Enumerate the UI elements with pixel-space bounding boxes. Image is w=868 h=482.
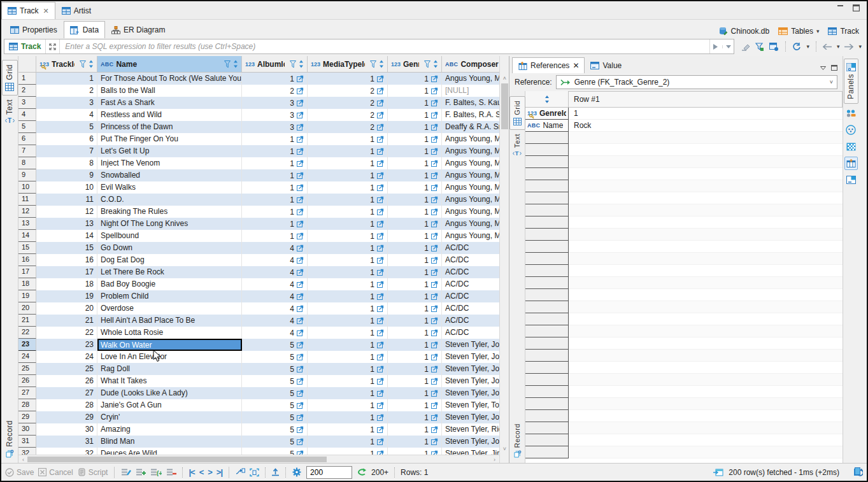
fk-link-icon[interactable] <box>431 365 438 372</box>
cell-name[interactable]: Breaking The Rules <box>97 206 242 218</box>
cell-genreid[interactable]: 1 <box>388 302 442 315</box>
fk-link-icon[interactable] <box>431 402 438 409</box>
cell-mediatypeid[interactable]: 1 <box>308 351 388 363</box>
cell-composer[interactable]: AC/DC <box>442 254 499 266</box>
cell-mediatypeid[interactable]: 2 <box>308 121 388 133</box>
record-field-value[interactable]: Rock <box>569 120 843 132</box>
row-number[interactable]: 19 <box>18 290 36 302</box>
cell-composer[interactable]: Angus Young, M <box>442 218 499 230</box>
fk-link-icon[interactable] <box>377 390 384 397</box>
record-field-value[interactable]: 1 <box>569 108 843 120</box>
fk-link-icon[interactable] <box>431 317 438 324</box>
cell-albumid[interactable]: 5 <box>242 339 308 351</box>
row-number[interactable]: 24 <box>18 351 36 363</box>
add-row-icon[interactable] <box>136 468 146 476</box>
fetch-all-rows-icon[interactable] <box>250 468 259 477</box>
fk-link-icon[interactable] <box>431 111 438 118</box>
cell-trackid[interactable]: 31 <box>36 436 97 448</box>
fk-link-icon[interactable] <box>297 293 304 300</box>
grid-settings-icon[interactable] <box>769 43 779 51</box>
cell-mediatypeid[interactable]: 1 <box>308 230 388 242</box>
fk-link-icon[interactable] <box>431 87 438 94</box>
maximize-icon[interactable] <box>851 4 860 11</box>
fk-link-icon[interactable] <box>297 208 304 215</box>
cell-albumid[interactable]: 1 <box>242 230 308 242</box>
sort-icon[interactable] <box>233 60 238 68</box>
record-field-name[interactable]: ABCName <box>525 120 569 132</box>
cell-name[interactable]: Rag Doll <box>97 363 242 375</box>
panel-presentation-tab-grid[interactable]: Grid <box>509 96 525 130</box>
cell-composer[interactable]: Angus Young, M <box>442 230 499 242</box>
presentation-tab-text[interactable]: Text T <box>2 96 18 128</box>
cell-trackid[interactable]: 14 <box>36 230 97 242</box>
cell-mediatypeid[interactable]: 1 <box>308 73 388 85</box>
cell-genreid[interactable]: 1 <box>388 230 442 242</box>
fk-link-icon[interactable] <box>431 208 438 215</box>
fk-link-icon[interactable] <box>377 317 384 324</box>
cell-trackid[interactable]: 4 <box>36 109 97 121</box>
fk-link-icon[interactable] <box>377 438 384 445</box>
presentation-tab-grid[interactable]: Grid <box>2 60 18 96</box>
panel-presentation-tab-record[interactable]: Record <box>509 420 525 462</box>
cell-mediatypeid[interactable]: 1 <box>308 290 388 302</box>
grid-corner[interactable] <box>18 56 36 72</box>
nav-forward-icon[interactable] <box>844 44 853 50</box>
cell-name[interactable]: Whole Lotta Rosie <box>97 327 242 339</box>
fk-link-icon[interactable] <box>377 378 384 385</box>
cell-genreid[interactable]: 1 <box>388 351 442 363</box>
cell-trackid[interactable]: 2 <box>36 85 97 97</box>
cell-genreid[interactable]: 1 <box>388 181 442 194</box>
fk-link-icon[interactable] <box>431 269 438 276</box>
row-number[interactable]: 2 <box>18 85 36 97</box>
fk-link-icon[interactable] <box>297 220 304 227</box>
cell-composer[interactable]: Angus Young, M <box>442 133 499 145</box>
cell-albumid[interactable]: 1 <box>242 145 308 157</box>
cell-albumid[interactable]: 4 <box>242 278 308 290</box>
previous-row-button[interactable]: < <box>199 467 204 477</box>
fk-link-icon[interactable] <box>297 184 304 191</box>
cell-composer[interactable]: Steven Tyler, Joe <box>442 363 499 375</box>
fk-link-icon[interactable] <box>431 196 438 203</box>
cell-mediatypeid[interactable]: 1 <box>308 206 388 218</box>
grouping-panel-icon[interactable] <box>844 124 858 137</box>
fk-link-icon[interactable] <box>297 111 304 118</box>
fk-link-icon[interactable] <box>377 160 384 167</box>
cell-genreid[interactable]: 1 <box>388 194 442 206</box>
cell-albumid[interactable]: 3 <box>242 121 308 133</box>
cell-composer[interactable]: AC/DC <box>442 278 499 290</box>
cell-composer[interactable]: Steven Tyler, Joe <box>442 375 499 387</box>
cell-name[interactable]: Love In An Elevator <box>97 351 242 363</box>
export-result-icon[interactable] <box>271 468 280 476</box>
cell-genreid[interactable]: 1 <box>388 436 442 448</box>
panels-tab[interactable]: Panels <box>844 59 858 104</box>
fk-link-icon[interactable] <box>297 317 304 324</box>
cell-name-selected[interactable]: Walk On Water <box>97 339 242 351</box>
cell-name[interactable]: Let's Get It Up <box>97 145 242 157</box>
cell-mediatypeid[interactable]: 1 <box>308 181 388 194</box>
cell-mediatypeid[interactable]: 1 <box>308 266 388 278</box>
cell-albumid[interactable]: 5 <box>242 448 308 455</box>
fk-link-icon[interactable] <box>297 124 304 131</box>
fetch-settings-gear-icon[interactable] <box>292 467 302 477</box>
cell-composer[interactable]: Deaffy & R.A. Sm <box>442 121 499 133</box>
cell-trackid[interactable]: 29 <box>36 411 97 423</box>
cell-composer[interactable]: Steven Tyler, Jim <box>442 448 499 455</box>
cell-name[interactable]: Overdose <box>97 302 242 315</box>
cell-genreid[interactable]: 1 <box>388 278 442 290</box>
view-menu-icon[interactable] <box>820 66 826 70</box>
close-icon[interactable]: ✕ <box>43 7 49 15</box>
row-number[interactable]: 11 <box>18 194 36 206</box>
sort-icon[interactable] <box>299 60 304 68</box>
cell-genreid[interactable]: 1 <box>388 363 442 375</box>
row-number[interactable]: 29 <box>18 411 36 423</box>
fk-link-icon[interactable] <box>377 341 384 348</box>
vertical-scrollbar[interactable]: ˄ ˅ <box>499 56 509 463</box>
scroll-left-icon[interactable]: ‹ <box>18 455 28 464</box>
fk-link-icon[interactable] <box>377 184 384 191</box>
value-panel-icon[interactable] <box>844 173 858 187</box>
cell-composer[interactable]: Angus Young, M <box>442 206 499 218</box>
cell-genreid[interactable]: 1 <box>388 339 442 351</box>
sort-icon[interactable] <box>89 60 94 68</box>
cell-mediatypeid[interactable]: 1 <box>308 315 388 327</box>
presentation-tab-record[interactable]: Record <box>2 416 18 462</box>
